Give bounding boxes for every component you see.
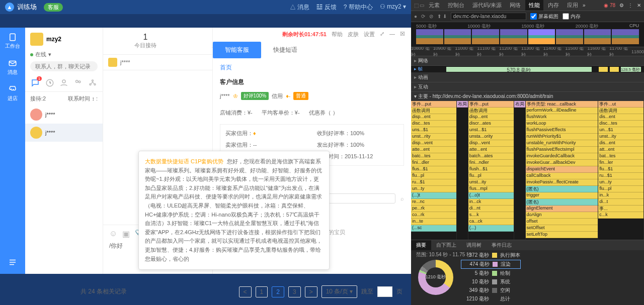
flame-chart[interactable]: 事件...put函数调用disp...entdisc...tesuns...$1…	[411, 101, 644, 240]
expand-icon[interactable]: ⤢	[380, 31, 384, 38]
flame-block[interactable]: performWork...ilDeadline	[526, 108, 598, 114]
image-icon[interactable]: ▣	[122, 229, 130, 239]
dt-close-icon[interactable]: ✕	[637, 3, 641, 8]
sum-tab-eventlog[interactable]: 事件日志	[487, 240, 517, 250]
flame-block[interactable]: flus...$1	[411, 166, 456, 173]
sum-tab-calltree[interactable]: 调用树	[461, 240, 487, 250]
flame-block[interactable]: uns...$1	[411, 127, 456, 134]
load-icon[interactable]: ⬆ ⬇	[437, 14, 447, 19]
dt-tab-elements[interactable]: 元素	[425, 0, 443, 11]
dt-tab-memory[interactable]: 内存	[544, 0, 562, 11]
dt-tab-application[interactable]: 应用	[564, 0, 582, 11]
flame-block[interactable]: flu...pl	[411, 173, 456, 179]
legend-row[interactable]: 10 毫秒系统	[461, 278, 520, 285]
flame-block[interactable]: 事件...put	[411, 101, 456, 108]
flame-block[interactable]: di...nt	[468, 206, 514, 212]
settings-link[interactable]: 设置	[364, 31, 375, 38]
flame-block[interactable]: atte...ent	[411, 147, 456, 153]
tab-smart[interactable]: 智能客服	[213, 42, 261, 58]
legend-row[interactable]: 349 毫秒空闲	[461, 287, 520, 294]
clock-filter-icon[interactable]	[45, 78, 54, 87]
help-link[interactable]: 帮助	[332, 31, 343, 38]
device-icon[interactable]: ▭	[420, 3, 424, 8]
flame-block[interactable]: disp...ent	[468, 114, 514, 121]
flame-block[interactable]: flu...pl	[468, 173, 514, 179]
flame-block[interactable]: s....k	[468, 212, 514, 219]
flame-block[interactable]: batc...tes	[411, 153, 456, 160]
nav-user[interactable]: ⚇ mzy2 ▾	[380, 3, 406, 12]
dt-tab-sources[interactable]: 源代码/来源	[469, 0, 505, 11]
flame-block[interactable]: disp...vent	[468, 140, 514, 147]
detail-ruler[interactable]: 10800 毫秒10900 毫秒11000 毫秒11100 毫秒11200 毫秒…	[411, 47, 644, 56]
minimize-icon[interactable]: —	[389, 31, 395, 38]
conversation-item[interactable]: j****	[25, 106, 103, 124]
flame-block[interactable]: re...nc	[411, 199, 456, 206]
emoji-icon[interactable]: ☺	[109, 229, 117, 239]
sum-tab-summary[interactable]: 摘要	[411, 240, 431, 250]
flame-block[interactable]: fini...dler	[411, 160, 456, 166]
search-input[interactable]	[30, 61, 98, 71]
flame-block[interactable]: ca...ck	[468, 219, 514, 225]
flame-block[interactable]: unst...ity	[468, 179, 514, 186]
flame-block[interactable]: disc...tes	[598, 121, 643, 127]
flame-block[interactable]: ru...$1	[411, 179, 456, 186]
nav-messages[interactable]: △ 消息	[290, 3, 309, 12]
page-prev[interactable]: <	[239, 286, 252, 297]
flame-block[interactable]: att...ent	[598, 147, 643, 153]
flame-block[interactable]: dispatchEvent	[526, 166, 598, 173]
section-network[interactable]: 网络	[411, 56, 644, 66]
flame-block[interactable]: invokeGuardedCallback	[526, 153, 598, 160]
flame-block[interactable]: in...ck	[468, 199, 514, 206]
sidebar-store[interactable]: 进店	[8, 85, 18, 102]
flame-block[interactable]: disp...ent	[411, 114, 456, 121]
dt-menu-icon[interactable]: ⋮	[628, 3, 633, 8]
conversation-item[interactable]: j****	[25, 124, 103, 142]
flame-block[interactable]: setOffset	[526, 225, 598, 232]
chat-filter-icon[interactable]: 1	[31, 78, 40, 87]
flame-block[interactable]: 事件...ut	[598, 101, 643, 108]
profile-url[interactable]	[451, 13, 526, 20]
flame-block[interactable]: atte...ent	[468, 147, 514, 153]
flame-block[interactable]: offset	[526, 219, 598, 225]
page-next[interactable]: >	[305, 286, 317, 297]
flame-block[interactable]: (匿名)	[526, 186, 598, 192]
flame-block[interactable]: c...k	[598, 212, 643, 219]
page-1[interactable]: 1	[256, 286, 268, 297]
more-tabs-icon[interactable]: »	[583, 3, 586, 8]
flame-block[interactable]: 事件...put	[468, 101, 514, 108]
flame-block[interactable]: in...te	[411, 219, 456, 225]
flame-block[interactable]: doAlign	[526, 212, 598, 219]
flame-block[interactable]: pe...rk	[411, 206, 456, 212]
flame-block[interactable]: 事件类型: reac...callback	[526, 101, 598, 108]
flame-block[interactable]: 布局	[457, 101, 468, 108]
flame-block[interactable]: setLeftTop	[526, 232, 598, 238]
dt-settings-icon[interactable]: ⚙	[619, 3, 624, 8]
flame-block[interactable]: 函数调用	[598, 108, 643, 114]
flame-block[interactable]: (...o)t	[468, 192, 514, 199]
sidebar-collapse[interactable]	[8, 258, 17, 267]
flame-block[interactable]: (匿名)	[526, 199, 598, 206]
person-filter-icon[interactable]	[59, 78, 68, 87]
flame-block[interactable]: disc...tes	[411, 121, 456, 127]
legend-row[interactable]: 474 毫秒渲染	[461, 260, 520, 268]
flame-block[interactable]: un...$1	[598, 127, 643, 134]
legend-row[interactable]: 5 毫秒绘制	[461, 270, 520, 277]
page-3[interactable]: 3	[288, 286, 301, 297]
flame-block[interactable]: unst...ity	[598, 134, 643, 140]
clear-icon[interactable]: ⊘	[429, 14, 433, 19]
flame-block[interactable]: fini...ndler	[468, 160, 514, 166]
legend-row[interactable]: 1210 毫秒总计	[461, 295, 520, 302]
dt-tab-performance[interactable]: 性能	[525, 0, 543, 11]
flame-block[interactable]: unst...rity	[411, 134, 456, 140]
page-input[interactable]	[377, 286, 392, 297]
flame-block[interactable]: (...sc	[411, 225, 456, 232]
nav-feedback[interactable]: ☳ 反馈	[316, 3, 336, 12]
window-close-icon[interactable]: ☒	[400, 31, 405, 38]
flame-block[interactable]: ru...$1	[598, 173, 643, 179]
section-animation[interactable]: 动画	[411, 73, 644, 82]
network-filter-icon[interactable]	[88, 78, 97, 87]
section-interaction[interactable]: 互动	[411, 82, 644, 92]
flame-block[interactable]: invokePassiv...ffectCreate	[526, 179, 598, 186]
search-icon[interactable]: ⌕	[400, 195, 404, 201]
flame-block[interactable]: di...t	[598, 199, 643, 206]
